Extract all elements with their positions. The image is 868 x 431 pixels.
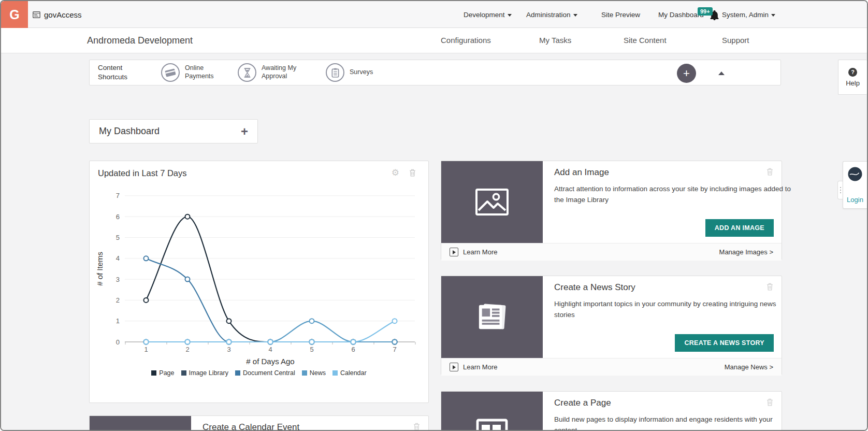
card-image-panel [90, 416, 191, 431]
svg-text:1: 1 [116, 317, 120, 325]
top-bar: G govAccess Development Administration S… [1, 1, 867, 28]
line-chart: 012345671234567# of Days Ago# of Items [90, 161, 428, 368]
content-shortcuts-bar: Content Shortcuts Online Payments [89, 60, 781, 85]
learn-more-link[interactable]: Learn More [450, 248, 497, 256]
login-label: Login [847, 196, 863, 204]
trash-icon[interactable] [766, 283, 773, 293]
svg-text:2: 2 [185, 346, 189, 353]
shortcut-awaiting-my-approval[interactable]: Awaiting My Approval [238, 63, 305, 82]
add-widget-button[interactable]: + [241, 125, 248, 138]
legend-swatch [302, 370, 307, 376]
legend-swatch [181, 370, 186, 376]
nav-my-tasks[interactable]: My Tasks [539, 28, 571, 53]
card-description: Attract attention to information across … [554, 184, 793, 206]
create-news-story-card: Create a News Story Highlight important … [441, 276, 782, 375]
trash-icon[interactable] [413, 423, 420, 431]
learn-more-link[interactable]: Learn More [450, 363, 497, 371]
hourglass-icon [238, 63, 256, 82]
chevron-up-icon[interactable] [718, 71, 725, 75]
shortcut-online-payments[interactable]: Online Payments [161, 63, 217, 82]
app-name: govAccess [44, 10, 82, 19]
card-footer: Learn More Manage News > [441, 358, 782, 376]
site-bar: Andromeda Development Configurations My … [1, 28, 867, 53]
svg-text:6: 6 [116, 213, 120, 221]
legend-item: Image Library [181, 369, 228, 377]
svg-text:0: 0 [116, 338, 120, 346]
main-content: Content Shortcuts Online Payments [1, 53, 867, 430]
card-description: Highlight important topics in your commu… [554, 299, 793, 321]
nav-support[interactable]: Support [722, 28, 749, 53]
app-name-chip: govAccess [33, 1, 82, 28]
legend-swatch [332, 370, 338, 376]
notification-badge: 99+ [698, 7, 713, 16]
caret-down-icon [573, 14, 577, 17]
create-page-card: Create a Page Build new pages to display… [441, 391, 782, 431]
svg-text:# of Items: # of Items [95, 252, 104, 286]
nav-configurations[interactable]: Configurations [441, 28, 491, 53]
svg-text:7: 7 [116, 192, 120, 199]
login-brand-icon [847, 166, 863, 182]
user-menu[interactable]: System, Admin [722, 1, 775, 28]
chart-legend: PageImage LibraryDocument CentralNewsCal… [90, 369, 428, 377]
legend-item: News [302, 369, 326, 377]
card-title: Create a Page [554, 398, 611, 408]
manage-news-link[interactable]: Manage News > [725, 363, 773, 371]
legend-swatch [235, 370, 240, 376]
card-title: Create a News Story [554, 282, 635, 293]
svg-text:4: 4 [116, 254, 120, 262]
add-an-image-button[interactable]: ADD AN IMAGE [705, 219, 774, 237]
legend-item: Calendar [332, 369, 367, 377]
help-panel[interactable]: ? Help [838, 60, 867, 95]
nav-site-preview[interactable]: Site Preview [601, 1, 640, 28]
chart-card: Updated in Last 7 Days ⚙ 012345671234567… [89, 161, 429, 403]
svg-text:2: 2 [116, 296, 120, 304]
add-an-image-card: Add an Image Attract attention to inform… [441, 161, 782, 260]
image-icon [475, 188, 509, 216]
series-calendar [144, 319, 397, 344]
credit-card-icon [161, 63, 180, 82]
card-footer: Learn More Manage Images > [441, 243, 782, 261]
svg-text:5: 5 [310, 346, 313, 353]
nav-my-dashboard[interactable]: My Dashboard [658, 1, 704, 28]
card-image-panel [441, 392, 543, 431]
caret-down-icon [508, 14, 512, 17]
svg-text:# of Days Ago: # of Days Ago [246, 357, 294, 366]
clipboard-icon [326, 63, 344, 82]
trash-icon[interactable] [766, 398, 773, 408]
nav-development[interactable]: Development [464, 1, 512, 28]
govaccess-logo[interactable]: G [1, 1, 28, 28]
caret-down-icon [771, 14, 775, 17]
help-label: Help [846, 79, 860, 87]
shortcut-surveys[interactable]: Surveys [326, 63, 373, 82]
newspaper-icon [475, 302, 509, 332]
site-name: Andromeda Development [87, 28, 193, 53]
svg-text:7: 7 [393, 346, 396, 353]
legend-item: Document Central [235, 369, 295, 377]
svg-text:3: 3 [116, 276, 120, 283]
play-icon [450, 363, 458, 371]
svg-text:5: 5 [116, 234, 120, 241]
nav-administration[interactable]: Administration [526, 1, 577, 28]
card-image-panel [441, 276, 543, 358]
manage-images-link[interactable]: Manage Images > [719, 248, 773, 256]
question-mark-icon: ? [848, 68, 857, 77]
add-shortcut-button[interactable]: + [677, 64, 696, 83]
svg-text:3: 3 [227, 346, 230, 353]
card-image-panel [441, 161, 543, 243]
card-title: Add an Image [554, 167, 609, 178]
create-news-story-button[interactable]: CREATE A NEWS STORY [675, 334, 774, 352]
page-title: My Dashboard [99, 126, 160, 137]
legend-item: Page [151, 369, 174, 377]
page-layout-icon [476, 419, 508, 431]
login-panel[interactable]: Login [843, 161, 867, 209]
legend-swatch [151, 370, 156, 376]
card-description: Build new pages to display information a… [554, 414, 793, 431]
nav-site-content[interactable]: Site Content [624, 28, 667, 53]
svg-text:1: 1 [144, 346, 148, 353]
trash-icon[interactable] [766, 168, 773, 178]
create-calendar-event-card: Create a Calendar Event [89, 415, 429, 431]
my-dashboard-card: My Dashboard + [89, 119, 258, 143]
shortcuts-title: Content Shortcuts [98, 63, 140, 81]
card-title: Create a Calendar Event [202, 422, 299, 431]
svg-text:4: 4 [268, 346, 272, 353]
